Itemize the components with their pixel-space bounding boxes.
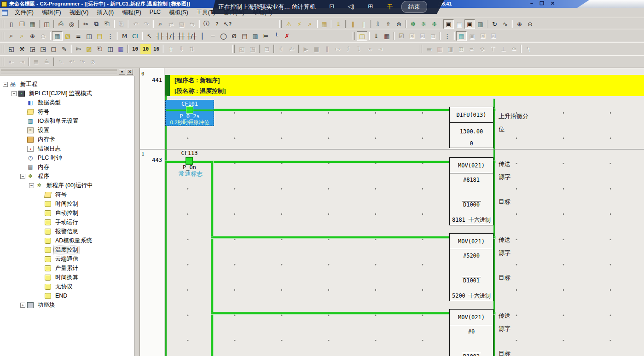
tree-item-label[interactable]: 自动控制 xyxy=(54,209,80,217)
monitor-snapshot-button[interactable]: ▥ xyxy=(475,19,486,29)
monitor-data-button[interactable]: ▣ xyxy=(464,19,475,29)
new-or-contact-button[interactable]: ┼┼ xyxy=(176,31,186,41)
pause-monitoring-button[interactable]: ‖ xyxy=(348,19,358,29)
watch-window-button[interactable]: ◲ xyxy=(27,44,38,54)
save-button[interactable]: ▦ xyxy=(27,19,38,29)
transfer-settings-button[interactable]: ▦ xyxy=(319,19,330,29)
properties-button[interactable]: ✎ xyxy=(59,44,70,54)
contact-energized-indicator[interactable] xyxy=(186,157,193,165)
menu-file[interactable]: 文件(F) xyxy=(11,8,38,17)
contact-cf101-selected[interactable]: CF101 P_0_2s 0.2秒时钟脉冲位 xyxy=(165,100,214,126)
zoom-in-button[interactable]: ⊕ xyxy=(27,31,38,41)
new-closed-or-contact-button[interactable]: ┼/┼ xyxy=(186,31,197,41)
project-window-button[interactable]: ◱ xyxy=(6,44,17,54)
tree-item-label[interactable]: 符号 xyxy=(54,191,68,199)
speaker-icon[interactable]: ◁) xyxy=(347,3,355,11)
paste-button[interactable]: ⎗ xyxy=(102,19,112,29)
tree-expander[interactable]: − xyxy=(29,183,34,188)
tree-item[interactable]: 产量累计 xyxy=(0,264,134,273)
open-button[interactable]: ❒ xyxy=(17,19,27,29)
new-plc-instruction-button[interactable]: ▤ xyxy=(239,31,250,41)
tree-item-label[interactable]: 手动运行 xyxy=(54,218,80,226)
data-grid-button[interactable]: ▦ xyxy=(116,44,126,54)
tree-expander[interactable]: − xyxy=(12,91,17,96)
menu-plc[interactable]: PLC xyxy=(145,8,165,17)
menu-edit[interactable]: 编辑(E) xyxy=(38,8,65,17)
add-window-icon[interactable]: ⊞ xyxy=(366,3,375,11)
tree-item-label[interactable]: 时间控制 xyxy=(54,200,80,208)
tree-item-label[interactable]: 内存卡 xyxy=(36,136,57,144)
monitor-signed-decimal-button[interactable]: 10 xyxy=(140,44,151,54)
tree-item[interactable]: 数据类型 xyxy=(0,98,134,107)
tree-item[interactable]: 设置 xyxy=(0,126,134,135)
tree-item-label[interactable]: 无协议 xyxy=(54,283,74,291)
instruction-mov-3[interactable]: MOV(021) #0 D1002 xyxy=(449,309,493,356)
tree-item-label[interactable]: 时间换算 xyxy=(54,274,80,281)
tree-item-label[interactable]: 产量累计 xyxy=(54,264,80,272)
tree-item[interactable]: 云端通信 xyxy=(0,254,134,264)
online-edit-rungs-button[interactable]: ◫ xyxy=(357,31,367,41)
cancel-online-edit-button[interactable]: ❉ xyxy=(429,19,440,29)
tree-item-label[interactable]: 程序 xyxy=(36,172,51,180)
tree-item-label[interactable]: 设置 xyxy=(36,126,51,134)
tree-item[interactable]: 错误日志 xyxy=(0,144,134,153)
build-window-button[interactable]: ⚒ xyxy=(17,44,27,54)
brand-icon[interactable]: 干 xyxy=(386,3,394,11)
tree-item-label[interactable]: 新PLC1[CJ2M] 监视模式 xyxy=(28,90,93,98)
tree-item[interactable]: 时间换算 xyxy=(0,273,134,282)
address-reference-tool-button[interactable]: ⋮ xyxy=(442,31,453,41)
show-monitor-boxes-button[interactable]: ◫ xyxy=(84,31,94,41)
tree-item[interactable]: 自动控制 xyxy=(0,208,134,218)
zoom-region-button[interactable]: ⌕ xyxy=(17,31,27,41)
cut-button[interactable]: ✂ xyxy=(81,19,91,29)
restore-button[interactable]: ❐ xyxy=(540,0,544,6)
instruction-mov-1[interactable]: MOV(021) #8181 D1000 8181 十六进制 xyxy=(449,157,493,225)
new-vertical-button[interactable]: │ xyxy=(197,31,208,41)
help-button[interactable]: ? xyxy=(212,19,222,29)
confirm-edit-button[interactable]: ☑ xyxy=(396,31,406,41)
new-horizontal-button[interactable]: ─ xyxy=(208,31,218,41)
tree-item[interactable]: 时间控制 xyxy=(0,199,134,208)
tree-item-label[interactable]: 错误日志 xyxy=(36,145,62,153)
tree-item-label[interactable]: 新工程 xyxy=(19,80,39,88)
tree-item[interactable]: PLC 时钟 xyxy=(0,153,134,162)
force-release-button[interactable]: ⊝ xyxy=(525,19,535,29)
tree-item[interactable]: −程序 xyxy=(0,172,134,181)
online-search-button[interactable]: ⌕ xyxy=(305,19,315,29)
instruction-difu[interactable]: DIFU(013) 1300.00 0 xyxy=(449,107,493,148)
tree-item[interactable]: 内存 xyxy=(0,162,134,172)
workspace-close-button[interactable]: ✕ xyxy=(127,69,133,75)
context-help-button[interactable]: ↖? xyxy=(222,19,233,29)
send-changes-button[interactable]: ⇓ xyxy=(371,31,382,41)
new-closed-coil-button[interactable]: Ø xyxy=(229,31,239,41)
end-session-button[interactable]: 结束 xyxy=(401,1,427,13)
menu-view[interactable]: 视图(V) xyxy=(65,8,93,17)
minimize-button[interactable]: – xyxy=(530,0,533,6)
work-online-button[interactable]: ⚠ xyxy=(284,19,294,29)
force-set-button[interactable]: ⊕ xyxy=(514,19,525,29)
tree-expander[interactable]: − xyxy=(20,174,25,179)
tree-expander[interactable]: + xyxy=(20,303,25,308)
tree-item[interactable]: 报警信息 xyxy=(0,227,134,236)
tree-item-label[interactable]: 数据类型 xyxy=(36,99,62,107)
download-to-plc-button[interactable]: ⇩ xyxy=(372,19,383,29)
tree-item-label[interactable]: AD模拟量系统 xyxy=(54,237,93,245)
show-rung-list-button[interactable]: ≡ xyxy=(73,31,84,41)
tree-item[interactable]: AD模拟量系统 xyxy=(0,236,134,245)
tree-item-label[interactable]: END xyxy=(54,293,69,299)
print-preview-button[interactable]: ◎ xyxy=(66,19,77,29)
tree-item-label[interactable]: IO表和单元设置 xyxy=(36,117,80,125)
tree-item-label[interactable]: 内存 xyxy=(36,163,51,171)
io-comment-view-button[interactable]: ◫ xyxy=(105,44,116,54)
find-button[interactable]: ⌕ xyxy=(155,19,166,29)
verify-with-plc-button[interactable]: ⊚ xyxy=(394,19,404,29)
view-symbols-button[interactable]: CI xyxy=(130,31,140,41)
show-program-tree-button[interactable]: ⋮ xyxy=(105,31,116,41)
tree-item[interactable]: 内存卡 xyxy=(0,135,134,144)
tree-item-label[interactable]: 新程序 (00)运行中 xyxy=(45,182,94,189)
contact-address[interactable]: CF113 xyxy=(168,150,211,156)
search-pages-button[interactable]: ◫ xyxy=(41,19,52,29)
select-mode-button[interactable]: ↖ xyxy=(144,31,155,41)
close-button[interactable]: ✕ xyxy=(551,0,555,6)
workspace-grip[interactable] xyxy=(1,69,117,74)
